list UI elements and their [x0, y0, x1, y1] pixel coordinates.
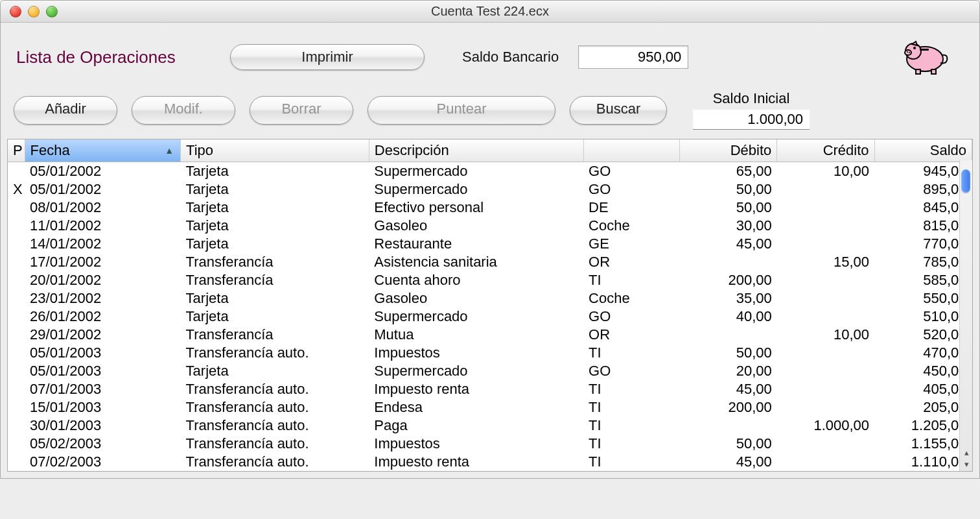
table-row[interactable]: 14/01/2002TarjetaRestauranteGE45,00770,0…: [8, 235, 972, 253]
table-row[interactable]: 08/01/2002TarjetaEfectivo personalDE50,0…: [8, 199, 972, 217]
print-button[interactable]: Imprimir: [230, 44, 425, 70]
cell-desc: Endesa: [369, 398, 583, 416]
col-header-descripcion[interactable]: Descripción: [369, 139, 583, 162]
table-row[interactable]: 29/01/2002TransferancíaMutuaOR10,00520,0…: [8, 326, 972, 344]
col-header-debito[interactable]: Débito: [679, 139, 776, 162]
cell-desc: Supermercado: [369, 180, 583, 199]
cell-fecha: 17/01/2002: [25, 253, 181, 271]
col-header-p[interactable]: P: [8, 139, 25, 162]
cell-debito: 40,00: [679, 308, 776, 326]
table-row[interactable]: 05/01/2002TarjetaSupermercadoGO65,0010,0…: [8, 162, 972, 181]
cell-cat: TI: [583, 398, 679, 416]
cell-desc: Impuesto renta: [369, 380, 583, 398]
cell-cat: GE: [583, 235, 679, 253]
col-header-credito[interactable]: Crédito: [777, 139, 874, 162]
initial-balance-group: Saldo Inicial 1.000,00: [693, 90, 810, 130]
cell-saldo: 1.205,00: [874, 416, 972, 435]
svg-point-4: [909, 52, 910, 53]
cell-debito: 65,00: [679, 162, 776, 181]
cell-desc: Asistencia sanitaria: [369, 253, 583, 271]
delete-button[interactable]: Borrar: [250, 96, 353, 125]
close-window-button[interactable]: [10, 6, 21, 18]
pig-icon: [900, 37, 964, 77]
cell-tipo: Tarjeta: [181, 217, 369, 235]
table-row[interactable]: 07/01/2003Transferancía auto.Impuesto re…: [8, 380, 972, 398]
toolbar: Añadir Modif. Borrar Puntear Buscar Sald…: [1, 81, 979, 135]
cell-debito: 50,00: [679, 180, 776, 199]
bank-balance-value[interactable]: 950,00: [578, 45, 688, 69]
cell-tipo: Tarjeta: [181, 180, 369, 199]
cell-p: [8, 416, 25, 435]
scroll-down-icon[interactable]: ▾: [960, 459, 973, 471]
cell-p: [8, 253, 25, 271]
cell-fecha: 08/01/2002: [25, 199, 181, 217]
scroll-up-icon[interactable]: ▴: [960, 448, 973, 459]
cell-tipo: Tarjeta: [181, 199, 369, 217]
cell-fecha: 30/01/2003: [25, 416, 181, 435]
cell-debito: 45,00: [679, 235, 776, 253]
cell-cat: GO: [583, 162, 679, 181]
table-row[interactable]: 05/01/2003TarjetaSupermercadoGO20,00450,…: [8, 362, 972, 380]
col-header-categoria[interactable]: [583, 139, 679, 162]
cell-fecha: 05/01/2003: [25, 362, 181, 380]
add-button[interactable]: Añadir: [14, 96, 117, 125]
table-row[interactable]: 05/01/2003Transferancía auto.ImpuestosTI…: [8, 344, 972, 362]
cell-fecha: 20/01/2002: [25, 271, 181, 289]
cell-saldo: 520,00: [874, 326, 972, 344]
cell-debito: 35,00: [679, 289, 776, 308]
cell-desc: Impuestos: [369, 435, 583, 453]
scrollbar-thumb[interactable]: [961, 169, 970, 193]
window-controls: [1, 6, 58, 18]
table-row[interactable]: 30/01/2003Transferancía auto.PagaTI1.000…: [8, 416, 972, 435]
cell-saldo: 510,00: [874, 308, 972, 326]
table-row[interactable]: 23/01/2002TarjetaGasoleoCoche35,00550,00: [8, 289, 972, 308]
table-body: 05/01/2002TarjetaSupermercadoGO65,0010,0…: [8, 162, 972, 472]
cell-tipo: Transferancía auto.: [181, 416, 369, 435]
table-row[interactable]: 11/01/2002TarjetaGasoleoCoche30,00815,00: [8, 217, 972, 235]
table-row[interactable]: 20/01/2002TransferancíaCuenta ahoroTI200…: [8, 271, 972, 289]
col-header-fecha[interactable]: Fecha: [25, 139, 181, 162]
cell-credito: [777, 271, 874, 289]
col-header-saldo[interactable]: Saldo: [874, 139, 972, 162]
cell-tipo: Transferancía: [181, 271, 369, 289]
check-button[interactable]: Puntear: [368, 96, 555, 125]
cell-saldo: 550,00: [874, 289, 972, 308]
cell-cat: GO: [583, 180, 679, 199]
table-row[interactable]: 15/01/2003Transferancía auto.EndesaTI200…: [8, 398, 972, 416]
cell-p: [8, 308, 25, 326]
zoom-window-button[interactable]: [46, 6, 58, 18]
cell-cat: TI: [583, 416, 679, 435]
cell-credito: [777, 217, 874, 235]
cell-credito: [777, 435, 874, 453]
cell-saldo: 1.155,00: [874, 435, 972, 453]
cell-desc: Cuenta ahoro: [369, 271, 583, 289]
modify-button[interactable]: Modif.: [132, 96, 235, 125]
table-row[interactable]: 05/02/2003Transferancía auto.ImpuestosTI…: [8, 435, 972, 453]
cell-tipo: Transferancía auto.: [181, 380, 369, 398]
search-button[interactable]: Buscar: [570, 96, 667, 125]
operations-table: P Fecha Tipo Descripción Débito Crédito …: [8, 139, 972, 471]
svg-rect-6: [920, 49, 929, 51]
table-row[interactable]: 07/02/2003Transferancía auto.Impuesto re…: [8, 453, 972, 471]
cell-p: [8, 162, 25, 181]
cell-credito: [777, 199, 874, 217]
cell-credito: [777, 289, 874, 308]
minimize-window-button[interactable]: [28, 6, 40, 18]
table-row[interactable]: 26/01/2002TarjetaSupermercadoGO40,00510,…: [8, 308, 972, 326]
cell-desc: Paga: [369, 416, 583, 435]
cell-p: [8, 217, 25, 235]
initial-balance-value[interactable]: 1.000,00: [693, 110, 810, 130]
cell-saldo: 770,00: [874, 235, 972, 253]
scrollbar[interactable]: ▴ ▾: [959, 160, 972, 471]
table-row[interactable]: X05/01/2002TarjetaSupermercadoGO50,00895…: [8, 180, 972, 199]
cell-p: [8, 326, 25, 344]
col-header-tipo[interactable]: Tipo: [181, 139, 369, 162]
cell-desc: Gasoleo: [369, 217, 583, 235]
cell-cat: OR: [583, 326, 679, 344]
cell-desc: Supermercado: [369, 362, 583, 380]
cell-desc: Mutua: [369, 326, 583, 344]
cell-credito: [777, 380, 874, 398]
cell-credito: [777, 453, 874, 471]
cell-cat: TI: [583, 271, 679, 289]
table-row[interactable]: 17/01/2002TransferancíaAsistencia sanita…: [8, 253, 972, 271]
